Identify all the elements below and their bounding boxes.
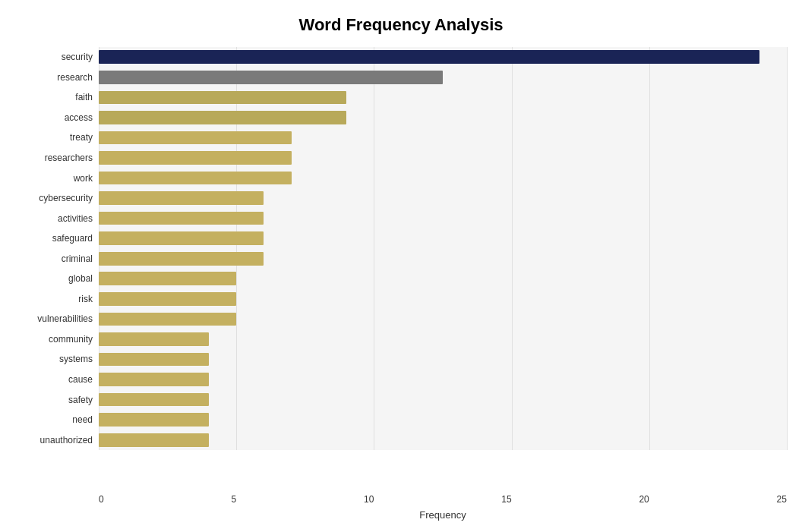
bar-row xyxy=(99,410,787,429)
y-label: research xyxy=(15,73,93,82)
bar-row xyxy=(99,249,787,268)
bar xyxy=(99,191,264,205)
y-label: vulnerabilities xyxy=(15,314,93,323)
y-label: criminal xyxy=(15,254,93,263)
bar xyxy=(99,393,209,407)
bar-row xyxy=(99,148,787,167)
bar-row xyxy=(99,229,787,248)
y-axis-labels: securityresearchfaithaccesstreatyresearc… xyxy=(15,47,99,450)
bar xyxy=(99,413,209,427)
y-label: unauthorized xyxy=(15,436,93,445)
x-tick: 25 xyxy=(777,494,787,505)
y-label: activities xyxy=(15,214,93,223)
bar-row xyxy=(99,108,787,127)
y-label: security xyxy=(15,52,93,61)
y-label: cybersecurity xyxy=(15,194,93,203)
bar xyxy=(99,292,236,306)
y-label: risk xyxy=(15,294,93,304)
bar-row xyxy=(99,128,787,147)
bar xyxy=(99,50,759,64)
bar xyxy=(99,353,209,367)
bar xyxy=(99,172,292,185)
bar xyxy=(99,131,292,145)
bar-row xyxy=(99,168,787,187)
y-label: community xyxy=(15,335,93,344)
bar-section xyxy=(99,47,787,450)
x-axis-label: Frequency xyxy=(99,509,787,521)
y-label: cause xyxy=(15,375,93,384)
y-label: access xyxy=(15,113,93,122)
bar xyxy=(99,111,346,124)
x-tick: 5 xyxy=(232,494,237,505)
y-label: faith xyxy=(15,93,93,102)
y-label: treaty xyxy=(15,133,93,142)
x-tick: 0 xyxy=(99,494,104,505)
bar-row xyxy=(99,209,787,228)
bar-row xyxy=(99,350,787,369)
y-label: need xyxy=(15,415,93,424)
bar xyxy=(99,231,264,245)
bar xyxy=(99,373,209,386)
x-axis: 0510152025 Frequency xyxy=(99,491,787,521)
bar xyxy=(99,71,443,84)
bar-row xyxy=(99,188,787,207)
x-tick: 15 xyxy=(501,494,511,505)
x-ticks: 0510152025 xyxy=(99,491,787,505)
bar-row xyxy=(99,88,787,107)
y-label: global xyxy=(15,274,93,283)
chart-container: Word Frequency Analysis securityresearch… xyxy=(0,0,802,532)
y-label: researchers xyxy=(15,153,93,162)
bar-row xyxy=(99,48,787,67)
bar xyxy=(99,433,209,447)
bar xyxy=(99,272,236,285)
chart-title: Word Frequency Analysis xyxy=(15,15,787,35)
bar xyxy=(99,313,236,326)
bar xyxy=(99,151,292,165)
bar-row xyxy=(99,269,787,288)
x-tick: 10 xyxy=(364,494,374,505)
y-label: systems xyxy=(15,354,93,364)
x-tick: 20 xyxy=(639,494,649,505)
y-label: safeguard xyxy=(15,234,93,243)
y-label: work xyxy=(15,174,93,183)
bar xyxy=(99,212,264,225)
bar-row xyxy=(99,289,787,308)
bar-row xyxy=(99,390,787,409)
bar xyxy=(99,332,209,346)
y-label: safety xyxy=(15,395,93,405)
bar-row xyxy=(99,310,787,329)
bar-row xyxy=(99,370,787,389)
bar xyxy=(99,252,264,266)
bar-row xyxy=(99,430,787,449)
bar xyxy=(99,91,346,105)
bar-row xyxy=(99,68,787,87)
grid-line xyxy=(787,47,788,450)
bar-row xyxy=(99,329,787,348)
